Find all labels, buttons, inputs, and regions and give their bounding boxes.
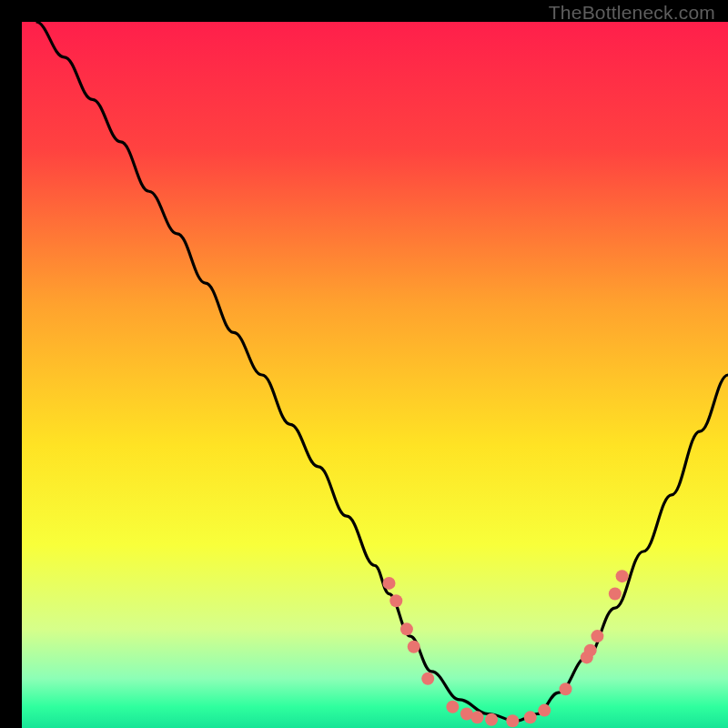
gradient-background [22, 22, 728, 728]
data-point [609, 588, 622, 601]
data-point [421, 672, 434, 685]
data-point [400, 622, 413, 635]
data-point [584, 644, 597, 657]
data-point [524, 711, 537, 723]
data-point [446, 701, 459, 713]
data-point [560, 682, 572, 695]
data-point [383, 577, 396, 590]
data-point [616, 570, 629, 582]
data-point [485, 713, 498, 726]
data-point [591, 630, 603, 642]
data-point [408, 641, 420, 653]
chart-frame [11, 11, 717, 717]
bottleneck-chart [22, 22, 728, 728]
watermark-text: TheBottleneck.com [549, 2, 715, 24]
data-point [506, 714, 519, 727]
data-point [389, 594, 402, 607]
data-point [471, 711, 484, 723]
data-point [538, 704, 551, 717]
